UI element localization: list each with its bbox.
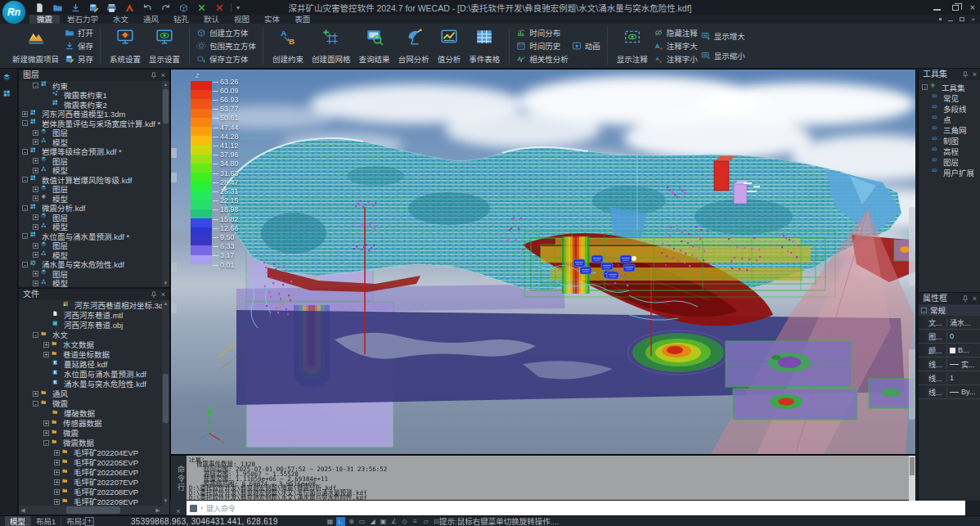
tree-item[interactable]: 河西河东巷道.mtl [19,310,162,320]
tree-item[interactable]: +通风 [19,389,162,398]
tree-item[interactable]: +毛坪矿202206EVP [19,467,162,477]
tree-expand-icon[interactable]: + [54,479,60,485]
tree-expand-icon[interactable]: + [33,224,38,230]
toolbox-root[interactable]: -工具集 [919,82,980,92]
tree-expand-icon[interactable]: + [54,470,60,475]
x-red-icon[interactable] [213,2,226,13]
x-green-icon[interactable] [195,2,208,13]
console-tab[interactable]: 命令行 [171,456,187,501]
property-value[interactable]: 1 [947,374,954,382]
ribbon-button-animation[interactable]: 动画 [572,39,600,52]
property-value[interactable]: B... [947,346,969,354]
tree-item[interactable]: -水文 [19,330,162,339]
tree-expand-icon[interactable]: - [22,262,28,267]
tree-item[interactable]: 河西河东巷道.obj [19,320,162,330]
tree-expand-icon[interactable]: + [33,139,38,145]
property-value[interactable]: 实... [947,359,975,370]
toolbox-item-制图[interactable]: 制图 [919,135,980,146]
tree-item[interactable]: +微震 [19,428,162,438]
tree-expand-icon[interactable]: + [33,243,38,249]
toolbox-item-用户扩展[interactable]: 用户扩展 [919,167,980,178]
tree-item[interactable]: +图层 [19,156,162,166]
tree-expand-icon[interactable]: + [33,281,38,286]
property-row[interactable]: 线...By... [919,385,980,399]
tree-item[interactable]: +水文数据 [19,339,162,349]
collapse-icon[interactable]: - [921,308,927,313]
menu-tab-视图[interactable]: 视图 [227,15,257,24]
tree-expand-icon[interactable]: + [54,499,60,505]
tree-item[interactable]: -微震数据 [19,438,162,447]
property-value[interactable]: By... [947,388,975,396]
ribbon-button-correlation[interactable]: 相关性分析 [516,52,569,65]
tree-item[interactable]: +河东河西巷道模型1.3dm [19,110,162,119]
properties-group-header[interactable]: - 常规 [919,304,980,316]
ribbon-button-display-settings[interactable]: 显示设置 [145,25,184,66]
tree-expand-icon[interactable]: + [33,214,38,220]
tree-item[interactable]: K水位面与涌水量预测.kdf [19,369,162,379]
console-close-icon[interactable]: × [170,501,187,515]
lineweight-icon[interactable]: ≡ [411,517,420,526]
pin-icon[interactable] [962,295,969,303]
grid-icon[interactable]: ▦ [326,517,335,526]
ribbon-button-create-constraint[interactable]: AB创建约束 [268,25,308,66]
toolbox-item-点[interactable]: 点 [919,114,980,124]
tree-item[interactable]: -数值计算岩爆风险等级.kdf [19,175,162,185]
ducs-icon[interactable]: ∠ [389,517,398,526]
tree-item[interactable]: 微震表约束1 [19,91,162,101]
tree-item[interactable]: +图层 [19,241,162,251]
tree-item[interactable]: +图层 [19,269,162,279]
snap-icon[interactable]: ∟ [336,517,345,526]
otrack-icon[interactable]: ▣ [379,517,388,526]
tree-item[interactable]: +巷道坐标数据 [19,349,162,359]
save-as-icon[interactable] [87,2,100,13]
doc-close-icon[interactable]: × [971,16,975,23]
files-scrollbar[interactable]: ▲▼ [162,300,169,515]
tree-expand-icon[interactable]: + [43,430,49,436]
ribbon-button-network-analysis[interactable]: 台网分析 [394,25,434,66]
toolbox-item-三角网[interactable]: 三角网 [919,124,980,135]
cube-icon[interactable] [177,2,190,13]
tree-item[interactable]: +模型 [19,137,162,147]
tree-expand-icon[interactable]: + [33,187,38,192]
tree-item[interactable]: -微震 [19,398,162,408]
tree-expand-icon[interactable]: + [33,271,38,276]
ribbon-button-show-annotation[interactable]: 显示注释 [613,25,652,66]
tree-item[interactable]: +毛坪矿202205EVP [19,457,162,467]
tree-item[interactable]: +模型 [19,194,162,204]
tree-item[interactable]: -涌水量与突水危险性.kdf [19,260,162,270]
toolbox-item-多段线[interactable]: 多段线 [919,103,980,114]
ribbon-button-cube-save[interactable]: 保存立方体 [196,52,256,65]
doc-minimize-icon[interactable] [948,18,953,21]
menu-tab-钻孔[interactable]: 钻孔 [166,15,196,24]
ribbon-button-hide-annotation[interactable]: 隐藏注释 [654,26,698,39]
tree-item[interactable]: +图层 [19,128,162,138]
ribbon-button-cube-shell[interactable]: 包围壳立方体 [196,39,256,52]
tree-expand-icon[interactable]: - [33,83,38,88]
layers-scrollbar[interactable]: ▲▼ [162,81,169,287]
tree-expand-icon[interactable]: + [43,342,49,348]
undo-icon[interactable] [141,2,154,13]
property-value[interactable]: 涌水... [947,317,971,328]
dock-layers-icon[interactable] [3,74,15,85]
tree-expand-icon[interactable]: - [22,177,28,182]
ribbon-button-time-history[interactable]: 时间历史 [516,39,569,52]
tree-expand-icon[interactable]: + [33,168,38,173]
tree-expand-icon[interactable]: + [54,489,60,495]
more-icon[interactable]: ▾ [236,4,240,11]
tree-expand-icon[interactable]: + [43,420,49,426]
ribbon-button-font-big[interactable]: A注释字大 [654,39,698,52]
tree-expand-icon[interactable]: - [22,120,28,126]
layout-tab-模型[interactable]: 模型 [5,516,31,526]
minimize-icon[interactable] [933,4,941,11]
tree-item[interactable]: +毛坪矿202207EVP [19,477,162,487]
ribbon-button-font-small[interactable]: A注释字小 [654,52,698,65]
restore-icon[interactable] [952,5,959,11]
quickprops-icon[interactable]: ▱ [421,517,430,526]
property-row[interactable]: 图...0 [919,330,980,344]
pin-icon[interactable] [151,72,157,79]
tree-expand-icon[interactable]: - [43,440,49,446]
property-row[interactable]: 线...1 [919,371,980,385]
save-icon[interactable] [69,2,82,13]
ribbon-button-query-results[interactable]: 查询结果 [355,25,394,66]
osnap-icon[interactable]: ◢ [368,517,377,526]
